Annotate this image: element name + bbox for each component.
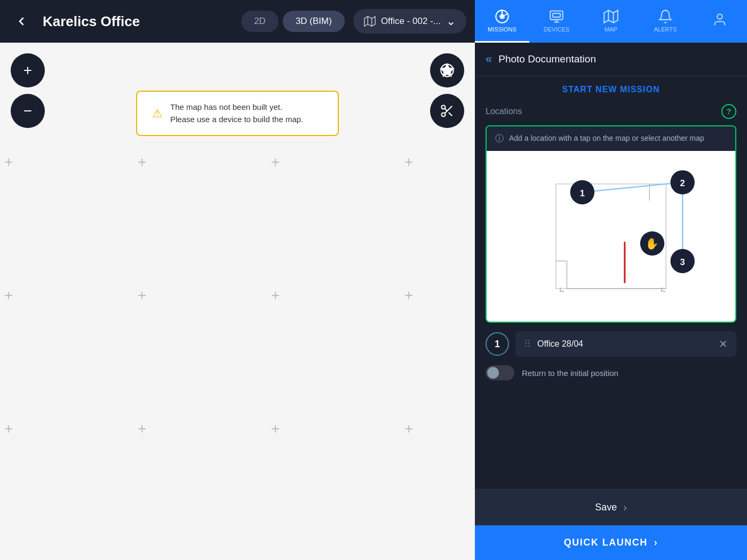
return-toggle-row: Return to the initial position (486, 365, 736, 380)
map-warning-text: The map has not been built yet. Please u… (170, 101, 303, 125)
map-label: MAP (605, 26, 617, 33)
nav-map[interactable]: MAP (584, 0, 638, 43)
svg-marker-8 (604, 10, 618, 22)
grid-cross: + (271, 155, 280, 170)
map-warning: ⚠ The map has not been built yet. Please… (136, 91, 339, 136)
map-preview-container: ⓘ Add a location with a tap on the map o… (486, 125, 736, 323)
return-toggle[interactable] (486, 365, 514, 380)
map-canvas[interactable]: + + + + + + + + + + + + ⚠ The map has no… (0, 43, 475, 560)
location-input-wrap: ⠿ ✕ (515, 331, 736, 357)
grid-cross: + (4, 421, 13, 436)
location-entry: 1 ⠿ ✕ (486, 331, 736, 357)
right-navigation: MISSIONS DEVICES MAP (475, 0, 747, 43)
devices-label: DEVICES (544, 26, 569, 33)
view-3d-button[interactable]: 3D (BIM) (283, 11, 345, 32)
help-button[interactable]: ? (721, 104, 736, 119)
scissors-tool-button[interactable] (430, 94, 464, 128)
view-2d-button[interactable]: 2D (241, 11, 279, 32)
nav-alerts[interactable]: ALERTS (638, 0, 693, 43)
save-button[interactable]: Save › (475, 489, 747, 525)
compass-tool-button[interactable] (430, 53, 464, 87)
grid-cross: + (4, 155, 13, 170)
back-button[interactable] (0, 15, 43, 28)
start-mission-label: START NEW MISSION (486, 85, 736, 94)
view-toggle: 2D 3D (BIM) (241, 11, 345, 32)
warning-icon: ⚠ (152, 107, 163, 121)
location-name-input[interactable] (537, 339, 712, 349)
panel-body: START NEW MISSION Locations ? ⓘ Add a lo… (475, 76, 747, 489)
top-navigation: Karelics Office 2D 3D (BIM) Office - 002… (0, 0, 747, 43)
svg-line-17 (449, 113, 452, 116)
svg-text:1: 1 (580, 188, 585, 198)
grid-cross: + (138, 288, 146, 303)
grid-cross: + (4, 288, 13, 303)
zoom-in-button[interactable]: + (11, 53, 45, 87)
map-info-text: Add a location with a tap on the map or … (509, 133, 704, 144)
return-label: Return to the initial position (522, 369, 618, 378)
drag-handle-icon[interactable]: ⠿ (524, 338, 531, 350)
locations-label: Locations (486, 107, 522, 116)
location-number: 1 (486, 332, 509, 356)
svg-point-11 (717, 14, 722, 19)
quick-launch-button[interactable]: QUICK LAUNCH › (475, 525, 747, 560)
info-icon: ⓘ (495, 133, 504, 145)
nav-profile[interactable] (693, 0, 747, 43)
svg-point-15 (442, 113, 446, 117)
grid-cross: + (404, 421, 413, 436)
svg-line-18 (444, 108, 447, 111)
save-arrow-icon: › (623, 501, 627, 514)
panel-title: Photo Documentation (498, 53, 596, 65)
map-preview-image[interactable]: 1 2 ✋ 3 (487, 151, 735, 322)
svg-point-14 (442, 106, 446, 109)
svg-marker-0 (364, 17, 375, 26)
nav-devices[interactable]: DEVICES (529, 0, 584, 43)
save-label: Save (595, 502, 617, 513)
map-selector[interactable]: Office - 002 -... ⌄ (353, 9, 466, 34)
panel-footer: Save › QUICK LAUNCH › (475, 489, 747, 560)
grid-cross: + (271, 288, 280, 303)
svg-rect-5 (553, 13, 560, 17)
quick-launch-label: QUICK LAUNCH (564, 537, 648, 548)
page-title: Karelics Office (43, 13, 241, 30)
svg-rect-4 (550, 11, 562, 19)
locations-header: Locations ? (486, 104, 736, 119)
alerts-label: ALERTS (654, 26, 677, 33)
panel-header: « Photo Documentation (475, 43, 747, 76)
map-tools (430, 53, 464, 128)
svg-text:3: 3 (680, 257, 685, 267)
map-name: Office - 002 -... (381, 16, 441, 27)
map-zoom-controls: + − (11, 53, 45, 128)
missions-label: MISSIONS (488, 26, 516, 33)
grid-cross: + (138, 155, 146, 170)
zoom-out-button[interactable]: − (11, 94, 45, 128)
grid-cross: + (404, 288, 413, 303)
map-preview-info: ⓘ Add a location with a tap on the map o… (487, 126, 735, 151)
svg-text:2: 2 (680, 178, 685, 188)
clear-location-button[interactable]: ✕ (719, 338, 728, 350)
panel-back-icon[interactable]: « (486, 52, 492, 66)
main-content: + + + + + + + + + + + + ⚠ The map has no… (0, 43, 747, 560)
grid-cross: + (404, 155, 413, 170)
right-panel: « Photo Documentation START NEW MISSION … (475, 43, 747, 560)
quick-launch-arrow-icon: › (654, 537, 658, 548)
grid-cross: + (271, 421, 280, 436)
svg-text:✋: ✋ (645, 237, 659, 251)
toggle-knob (487, 367, 499, 379)
grid-cross: + (138, 421, 146, 436)
nav-missions[interactable]: MISSIONS (475, 0, 529, 43)
dropdown-icon: ⌄ (446, 14, 456, 28)
